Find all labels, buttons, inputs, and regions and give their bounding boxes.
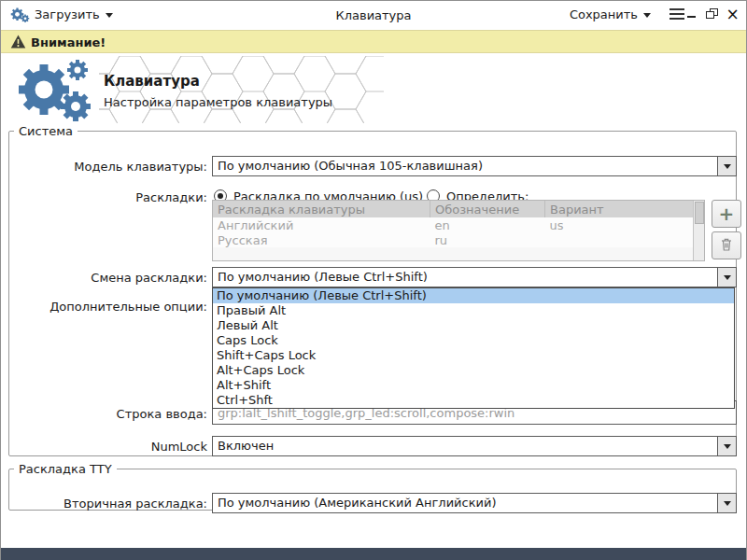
- secondary-layout-label: Вторичная раскладка:: [17, 497, 207, 511]
- table-row: Русскаяru: [213, 232, 704, 247]
- numlock-select[interactable]: Включен: [212, 436, 737, 456]
- table-column-header: Обозначение: [430, 201, 545, 217]
- system-group-legend: Система: [14, 124, 78, 138]
- dropdown-option[interactable]: Ctrl+Shft: [213, 393, 734, 408]
- page-subtitle: Настройка параметров клавиатуры: [104, 95, 332, 109]
- input-string-label: Строка ввода:: [17, 407, 207, 421]
- chevron-down-icon: [724, 164, 731, 169]
- layouts-table-header-row: Раскладка клавиатурыОбозначениеВариант: [213, 201, 704, 217]
- secondary-layout-select[interactable]: По умолчанию (Американский Английский): [212, 493, 737, 513]
- keyboard-module-gears-icon: [16, 58, 98, 126]
- tty-group-legend: Раскладка TTY: [14, 462, 117, 476]
- minimize-button[interactable]: [684, 6, 699, 22]
- hexagon-pattern-decoration: [99, 56, 384, 123]
- table-cell: en: [430, 217, 545, 232]
- table-scrollbar[interactable]: [693, 201, 704, 260]
- table-column-header: Вариант: [545, 201, 704, 217]
- scrollbar-thumb[interactable]: [695, 202, 704, 224]
- chevron-down-icon: [106, 13, 113, 18]
- load-menu-label: Загрузить: [35, 7, 100, 21]
- page-title: Клавиатура: [104, 73, 200, 90]
- trash-icon: [719, 237, 734, 255]
- chevron-down-icon: [643, 13, 651, 18]
- keyboard-model-select[interactable]: По умолчанию (Обычная 105-клавишная): [212, 156, 737, 176]
- keyboard-model-label: Модель клавиатуры:: [17, 160, 207, 174]
- dropdown-option[interactable]: Левый Alt: [213, 318, 734, 333]
- numlock-label: NumLock: [17, 440, 207, 454]
- save-menu-label: Сохранить: [570, 7, 638, 21]
- add-layout-button[interactable]: +: [712, 200, 741, 228]
- table-column-header: Раскладка клавиатуры: [213, 201, 430, 217]
- warning-triangle-icon: [10, 35, 26, 51]
- close-button[interactable]: ×: [725, 6, 740, 22]
- numlock-value: Включен: [218, 439, 713, 453]
- module-header: Клавиатура Настройка параметров клавиату…: [1, 54, 746, 127]
- chevron-down-icon: [724, 501, 731, 506]
- layouts-table-body: АнглийскийenusРусскаяru: [213, 217, 704, 247]
- minimize-icon: [687, 16, 696, 18]
- save-menu-button[interactable]: Сохранить: [570, 7, 651, 21]
- table-cell: ru: [430, 232, 545, 247]
- layout-switch-value: По умолчанию (Левые Ctrl+Shift): [218, 270, 713, 284]
- app-gears-icon: [10, 6, 31, 24]
- chevron-down-icon: [724, 444, 731, 449]
- chevron-down-icon: [724, 275, 731, 280]
- table-row: Английскийenus: [213, 217, 704, 232]
- window-controls: ×: [684, 6, 740, 22]
- maximize-icon: [706, 8, 718, 20]
- layout-switch-dropdown-list: По умолчанию (Левые Ctrl+Shift)Правый Al…: [212, 287, 735, 409]
- warning-text: Внимание!: [31, 35, 106, 49]
- dropdown-option[interactable]: Alt+Caps Lock: [213, 363, 734, 378]
- plus-icon: +: [719, 204, 735, 223]
- dropdown-option[interactable]: По умолчанию (Левые Ctrl+Shift): [213, 288, 734, 303]
- dropdown-button[interactable]: [717, 437, 736, 455]
- dropdown-button[interactable]: [717, 157, 736, 175]
- dropdown-button[interactable]: [717, 268, 736, 287]
- window-title: Клавиатура: [335, 8, 411, 22]
- layout-switch-select[interactable]: По умолчанию (Левые Ctrl+Shift): [212, 267, 737, 287]
- system-group: Система Модель клавиатуры: По умолчанию …: [8, 124, 737, 456]
- table-cell: Английский: [213, 217, 430, 232]
- dropdown-option[interactable]: Alt+Shift: [213, 378, 734, 393]
- close-icon: ×: [726, 7, 739, 21]
- dropdown-option[interactable]: Caps Lock: [213, 333, 734, 348]
- warning-bar: Внимание!: [1, 30, 746, 53]
- table-cell: Русская: [213, 232, 430, 247]
- load-menu-button[interactable]: Загрузить: [35, 7, 113, 21]
- secondary-layout-value: По умолчанию (Американский Английский): [218, 496, 713, 510]
- extra-options-label: Дополнительные опции:: [17, 300, 207, 314]
- table-cell: [545, 232, 704, 247]
- dropdown-option[interactable]: Shift+Caps Lock: [213, 348, 734, 363]
- keyboard-model-value: По умолчанию (Обычная 105-клавишная): [218, 159, 713, 173]
- table-cell: us: [545, 217, 704, 232]
- dropdown-option[interactable]: Правый Alt: [213, 303, 734, 318]
- hamburger-menu-button[interactable]: [669, 8, 684, 21]
- maximize-button[interactable]: [704, 6, 720, 22]
- layout-switch-label: Смена раскладки:: [17, 271, 207, 285]
- layouts-label: Раскладки:: [17, 190, 207, 204]
- titlebar: Загрузить Клавиатура Сохранить ×: [1, 1, 746, 29]
- delete-layout-button[interactable]: [712, 231, 741, 259]
- layouts-table: Раскладка клавиатурыОбозначениеВариант А…: [212, 200, 705, 261]
- keyboard-settings-window: Загрузить Клавиатура Сохранить × Внимани…: [0, 0, 747, 560]
- bottom-status-bar: [1, 548, 746, 560]
- tty-group: Раскладка TTY Вторичная раскладка: По ум…: [8, 462, 737, 511]
- dropdown-button[interactable]: [717, 494, 736, 512]
